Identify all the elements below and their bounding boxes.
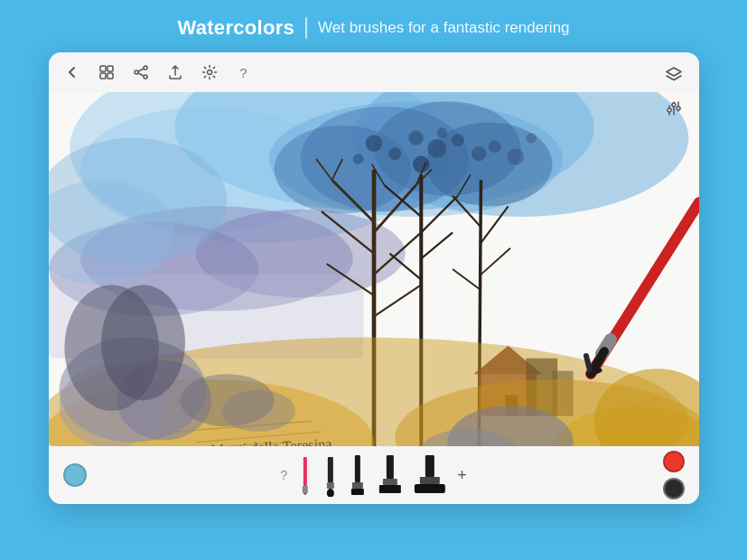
color-swatch-blue[interactable] <box>63 463 87 487</box>
header-subtitle: Wet brushes for a fantastic rendering <box>318 19 569 37</box>
svg-point-28 <box>408 131 423 145</box>
help-button[interactable]: ? <box>231 60 257 85</box>
svg-rect-97 <box>303 457 307 486</box>
svg-point-32 <box>352 154 363 164</box>
svg-point-27 <box>388 147 401 160</box>
svg-point-13 <box>672 103 676 107</box>
svg-point-9 <box>207 70 211 75</box>
header-divider <box>305 17 307 39</box>
app-card: ? <box>49 52 699 504</box>
svg-rect-109 <box>420 477 440 484</box>
svg-point-14 <box>668 108 671 112</box>
svg-rect-108 <box>425 455 434 477</box>
page-header: Watercolors Wet brushes for a fantastic … <box>177 0 569 52</box>
svg-rect-102 <box>355 455 360 482</box>
svg-point-25 <box>274 126 410 214</box>
layers-button[interactable] <box>661 61 686 87</box>
svg-rect-0 <box>100 66 106 71</box>
brush-tool-1[interactable] <box>294 453 316 497</box>
add-brush-button[interactable]: + <box>457 466 467 485</box>
canvas-area[interactable]: Monti della Teresina <box>49 92 699 446</box>
brush-help-button[interactable]: ? <box>280 468 287 482</box>
adjust-button[interactable] <box>661 96 686 121</box>
svg-point-88 <box>221 390 294 432</box>
svg-point-36 <box>507 148 524 165</box>
svg-point-6 <box>144 75 147 79</box>
svg-point-4 <box>144 66 147 70</box>
toolbar-top: ? <box>49 52 699 92</box>
help-label: ? <box>239 65 247 80</box>
toolbar-bottom: ? <box>49 446 699 504</box>
svg-point-29 <box>427 139 446 158</box>
svg-rect-110 <box>415 484 445 493</box>
svg-line-7 <box>138 69 144 71</box>
export-button[interactable] <box>163 60 188 85</box>
svg-rect-2 <box>100 73 106 79</box>
back-button[interactable] <box>60 60 85 85</box>
brush-tool-5[interactable] <box>410 453 450 497</box>
svg-rect-104 <box>351 489 364 495</box>
svg-point-101 <box>327 489 334 497</box>
toolbar-bottom-right <box>663 451 685 499</box>
svg-point-37 <box>526 133 537 144</box>
svg-rect-100 <box>327 482 334 489</box>
svg-point-34 <box>436 127 447 138</box>
svg-rect-98 <box>303 486 308 493</box>
svg-point-31 <box>472 146 486 161</box>
svg-rect-107 <box>379 485 401 493</box>
svg-point-26 <box>365 135 382 152</box>
brush-tool-3[interactable] <box>345 453 370 497</box>
brush-tool-4[interactable] <box>374 453 406 497</box>
svg-point-86 <box>101 285 185 400</box>
brush-tools: ? <box>280 453 466 497</box>
share-button[interactable] <box>128 60 154 85</box>
toolbar-bottom-left <box>63 463 87 487</box>
svg-rect-103 <box>352 482 363 489</box>
svg-rect-106 <box>383 479 397 485</box>
toolbar-left: ? <box>60 60 257 85</box>
color-swatch-dark[interactable] <box>663 478 685 499</box>
svg-point-30 <box>451 134 463 146</box>
svg-point-15 <box>677 107 680 110</box>
color-swatch-red[interactable] <box>663 451 685 472</box>
svg-line-8 <box>138 73 144 76</box>
svg-rect-1 <box>107 66 113 71</box>
svg-point-35 <box>488 140 500 153</box>
right-icon-group <box>661 61 686 121</box>
svg-point-33 <box>412 156 429 173</box>
settings-button[interactable] <box>197 60 222 85</box>
svg-rect-105 <box>387 455 394 479</box>
grid-button[interactable] <box>94 60 119 85</box>
svg-point-5 <box>135 70 138 74</box>
svg-rect-3 <box>107 73 113 79</box>
app-title: Watercolors <box>177 16 294 40</box>
svg-rect-99 <box>328 457 333 482</box>
brush-tool-2[interactable] <box>320 453 341 497</box>
